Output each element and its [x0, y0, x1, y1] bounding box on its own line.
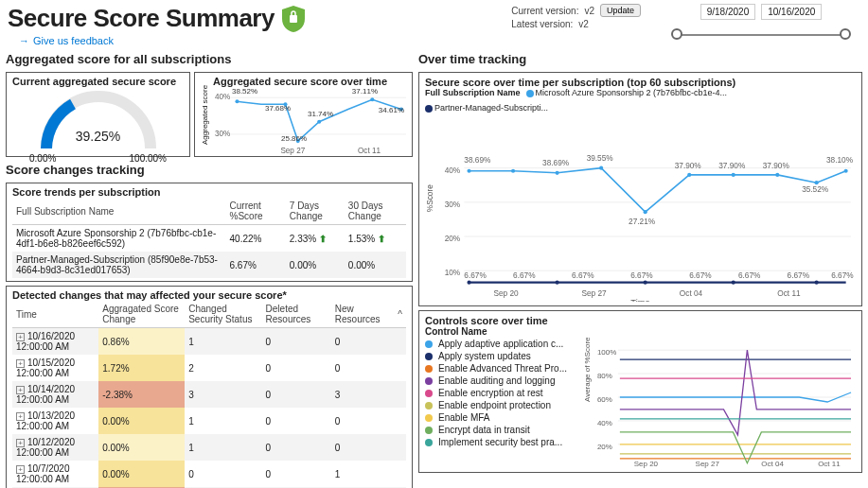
- legend-item[interactable]: Enable endpoint protection: [425, 400, 576, 410]
- legend-item[interactable]: Encrypt data in transit: [425, 425, 576, 435]
- svg-text:Time: Time: [630, 298, 649, 302]
- gauge-value: 39.25%: [32, 129, 165, 144]
- col-time[interactable]: Time: [12, 301, 98, 328]
- date-range-slider[interactable]: [671, 27, 851, 43]
- date-end-input[interactable]: 10/16/2020: [761, 4, 822, 20]
- col-7d[interactable]: 7 Days Change: [286, 198, 345, 225]
- controls-legend-header: Control Name: [425, 326, 487, 337]
- legend-item[interactable]: Enable Advanced Threat Pro...: [425, 363, 576, 374]
- svg-rect-0: [290, 15, 297, 23]
- legend-series-2[interactable]: Partner-Managed-Subscripti...: [425, 103, 548, 113]
- changes-subtitle: Detected changes that may affected your …: [12, 289, 406, 301]
- expand-icon[interactable]: +: [16, 333, 25, 341]
- legend-dot-icon: [425, 377, 433, 385]
- col-del[interactable]: Deleted Resources: [262, 301, 331, 328]
- col-30d[interactable]: 30 Days Change: [345, 198, 406, 225]
- legend-series-1[interactable]: Microsoft Azure Sponsorship 2 (7b76bfbc-…: [526, 88, 728, 97]
- svg-point-28: [732, 173, 735, 177]
- svg-text:6.67%: 6.67%: [689, 271, 712, 280]
- svg-point-32: [467, 281, 470, 285]
- expand-icon[interactable]: +: [16, 359, 25, 368]
- svg-point-35: [732, 281, 735, 285]
- date-start-input[interactable]: 9/18/2020: [700, 4, 756, 20]
- table-row[interactable]: +10/16/2020 12:00:00 AM0.86%100: [12, 328, 406, 356]
- expand-icon[interactable]: +: [16, 386, 25, 394]
- trends-subtitle: Score trends per subscription: [12, 186, 406, 198]
- legend-item[interactable]: Enable auditing and logging: [425, 375, 576, 386]
- expand-icon[interactable]: +: [16, 465, 25, 474]
- col-sec[interactable]: Changed Security Status: [185, 301, 261, 328]
- legend-item[interactable]: Enable encryption at rest: [425, 388, 576, 398]
- legend-dot-icon: [425, 390, 433, 397]
- legend-dot-icon: [425, 353, 433, 360]
- svg-point-22: [467, 169, 470, 173]
- table-row[interactable]: +10/13/2020 12:00:00 AM0.00%100: [12, 408, 406, 434]
- legend-dot-icon: [425, 402, 433, 410]
- legend-dot-icon: [425, 427, 433, 434]
- svg-text:%Score: %Score: [426, 184, 434, 212]
- svg-point-30: [815, 181, 819, 184]
- legend-item[interactable]: Apply system updates: [425, 351, 576, 361]
- expand-icon[interactable]: +: [16, 439, 25, 447]
- svg-text:Oct 04: Oct 04: [761, 460, 784, 468]
- latest-version-value: v2: [578, 19, 589, 29]
- svg-point-5: [235, 99, 239, 103]
- svg-point-9: [370, 97, 374, 101]
- legend-label: Full Subscription Name: [425, 88, 521, 97]
- svg-point-29: [775, 173, 779, 177]
- controls-chart: Average of %Score 20%40%60%80%100% Sep 2…: [582, 326, 856, 468]
- svg-text:6.67%: 6.67%: [513, 271, 536, 280]
- svg-text:10%: 10%: [445, 269, 461, 277]
- scroll-affordance-icon: ^: [394, 301, 406, 328]
- col-current[interactable]: Current %Score: [226, 198, 286, 225]
- legend-item[interactable]: Apply adaptive application c...: [425, 339, 576, 349]
- legend-item[interactable]: Implement security best pra...: [425, 437, 576, 447]
- gauge-chart: 39.25%: [32, 87, 165, 153]
- svg-text:40%: 40%: [215, 93, 230, 101]
- svg-point-36: [815, 281, 819, 285]
- controls-title: Controls score over time: [425, 315, 856, 326]
- changes-table: Time Aggragated Score Change Changed Sec…: [12, 301, 406, 488]
- svg-text:20%: 20%: [597, 443, 612, 451]
- arrow-up-icon: ⬆: [378, 234, 385, 244]
- over-time-chart: %Score 10%20%30%40% 38.69%38.69%39.55% 2…: [425, 113, 856, 302]
- table-row[interactable]: Partner-Managed-Subscription (85f90e8e-7…: [12, 252, 406, 278]
- arrow-up-icon: ⬆: [319, 234, 327, 244]
- svg-text:Oct 11: Oct 11: [818, 460, 841, 468]
- svg-text:39.55%: 39.55%: [587, 154, 614, 163]
- table-row[interactable]: Microsoft Azure Sponsorship 2 (7b76bfbc-…: [12, 225, 406, 253]
- current-version-value: v2: [584, 6, 594, 16]
- legend-dot-icon: [425, 439, 433, 446]
- svg-text:Oct 04: Oct 04: [680, 289, 703, 298]
- svg-text:40%: 40%: [597, 419, 612, 427]
- svg-text:6.67%: 6.67%: [831, 271, 854, 280]
- svg-text:60%: 60%: [597, 395, 612, 404]
- expand-icon[interactable]: +: [16, 412, 25, 421]
- svg-point-33: [556, 281, 559, 285]
- svg-text:37.90%: 37.90%: [675, 162, 702, 170]
- svg-text:Sep 20: Sep 20: [634, 460, 659, 468]
- spark-yaxis-label: Aggregated score: [201, 76, 209, 153]
- latest-version-label: Latest version:: [511, 19, 573, 29]
- legend-item[interactable]: Enable MFA: [425, 412, 576, 423]
- table-row[interactable]: +10/14/2020 12:00:00 AM-2.38%303: [12, 381, 406, 408]
- feedback-label: Give us feedback: [33, 35, 114, 46]
- col-agg[interactable]: Aggragated Score Change: [98, 301, 185, 328]
- update-button[interactable]: Update: [600, 4, 641, 17]
- over-time-subtitle: Secure score over time per subscription …: [425, 77, 856, 88]
- table-row[interactable]: +10/7/2020 12:00:00 AM0.00%001: [12, 461, 406, 487]
- svg-text:Sep 27: Sep 27: [581, 289, 607, 298]
- feedback-link[interactable]: → Give us feedback: [19, 35, 305, 46]
- svg-text:6.67%: 6.67%: [738, 271, 761, 280]
- svg-text:100%: 100%: [597, 348, 616, 357]
- section-aggregated: Aggregated score for all subscriptions: [6, 50, 413, 68]
- current-version-label: Current version:: [511, 6, 578, 16]
- svg-point-24: [556, 171, 559, 175]
- table-row[interactable]: +10/12/2020 12:00:00 AM0.00%100: [12, 434, 406, 461]
- table-row[interactable]: +10/15/2020 12:00:00 AM1.72%200: [12, 355, 406, 381]
- svg-text:37.90%: 37.90%: [763, 162, 790, 170]
- svg-text:37.90%: 37.90%: [718, 162, 746, 170]
- col-name[interactable]: Full Subscription Name: [12, 198, 226, 225]
- svg-text:40%: 40%: [445, 166, 461, 175]
- col-new[interactable]: New Resources: [331, 301, 395, 328]
